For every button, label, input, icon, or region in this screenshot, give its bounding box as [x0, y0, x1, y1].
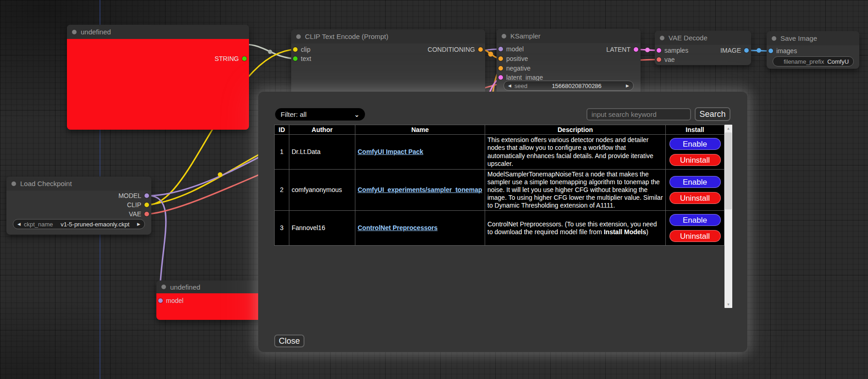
filter-select[interactable]: Filter: all ⌄ — [275, 108, 365, 121]
chevron-down-icon: ⌄ — [354, 112, 359, 117]
port-dot-string[interactable] — [242, 56, 247, 61]
uninstall-button[interactable]: Uninstall — [669, 154, 721, 166]
port-dot-model[interactable] — [144, 193, 149, 198]
port-dot-vae[interactable] — [144, 212, 149, 216]
port-dot-clip[interactable] — [293, 47, 298, 52]
uninstall-button[interactable]: Uninstall — [669, 230, 721, 242]
node-title-bar: CLIP Text Encode (Prompt) — [291, 29, 485, 44]
extension-list-container: ID Author Name Description Install 1 Dr.… — [274, 125, 732, 308]
table-scrollbar[interactable]: ▲ ▼ — [724, 125, 732, 308]
slot-label: samples — [664, 47, 688, 54]
port-dot-text[interactable] — [293, 56, 298, 61]
next-arrow-icon[interactable]: ▶ — [137, 222, 140, 226]
search-button[interactable]: Search — [695, 107, 730, 121]
port-dot-image[interactable] — [744, 48, 749, 53]
output-slot-vae[interactable]: VAE — [129, 209, 149, 219]
node-undefined-bottom[interactable]: undefined model — [156, 280, 271, 320]
table-row: 2 comfyanonymous ComfyUI_experiments/sam… — [275, 170, 724, 211]
output-slot-model[interactable]: MODEL — [118, 191, 149, 200]
node-title-bar: Load Checkpoint — [6, 176, 151, 191]
output-slot-latent[interactable]: LATENT — [606, 45, 638, 54]
extension-name-link[interactable]: ControlNet Preprocessors — [358, 224, 437, 231]
port-dot-latent[interactable] — [634, 47, 638, 52]
collapse-dot-icon[interactable] — [11, 181, 16, 186]
node-title-bar: KSampler — [497, 29, 641, 43]
node-vae-decode[interactable]: VAE Decode samples vae IMAGE — [655, 31, 751, 65]
ckpt-name-widget[interactable]: ◀ ckpt_name v1-5-pruned-emaonly.ckpt ▶ — [13, 219, 145, 229]
port-dot-images[interactable] — [768, 49, 773, 53]
port-dot-clip[interactable] — [144, 203, 149, 207]
link-string-to-text — [246, 44, 296, 59]
node-clip-text-encode[interactable]: CLIP Text Encode (Prompt) clip text COND… — [291, 29, 485, 99]
port-dot-negative[interactable] — [498, 66, 503, 71]
collapse-dot-icon[interactable] — [161, 285, 166, 289]
decrement-arrow-icon[interactable]: ◀ — [508, 83, 511, 88]
seed-widget[interactable]: ◀ seed 156680208700286 ▶ — [503, 81, 634, 91]
comfyui-manager-dialog: Filter: all ⌄ Search ID Author Name Desc… — [258, 92, 747, 352]
output-slot-image[interactable]: IMAGE — [720, 46, 749, 55]
widget-value[interactable]: ComfyUI — [827, 58, 849, 65]
node-title-bar: undefined — [67, 25, 249, 39]
port-dot-vae[interactable] — [657, 57, 661, 62]
output-slot-conditioning[interactable]: CONDITIONING — [428, 45, 483, 54]
collapse-dot-icon[interactable] — [660, 36, 664, 40]
port-dot-samples[interactable] — [657, 48, 661, 53]
widget-label: filename_prefix — [784, 58, 824, 65]
enable-button[interactable]: Enable — [669, 138, 721, 150]
enable-button[interactable]: Enable — [669, 214, 721, 226]
slot-label: vae — [664, 56, 675, 63]
widget-value[interactable]: 156680208700286 — [531, 82, 623, 89]
header-author: Author — [289, 125, 355, 135]
collapse-dot-icon[interactable] — [772, 36, 776, 41]
header-id: ID — [275, 125, 289, 135]
output-slot-string[interactable]: STRING — [215, 54, 247, 63]
cell-description: This extension offers various detector n… — [485, 135, 666, 170]
input-slot-model[interactable]: model — [498, 44, 524, 54]
widget-value[interactable]: v1-5-pruned-emaonly.ckpt — [56, 221, 134, 228]
node-save-image[interactable]: Save Image images filename_prefix ComfyU… — [767, 31, 859, 69]
enable-button[interactable]: Enable — [669, 176, 721, 188]
input-slot-text[interactable]: text — [293, 54, 311, 63]
input-slot-positive[interactable]: positive — [498, 54, 528, 63]
input-slot-images[interactable]: images — [768, 46, 797, 55]
output-slot-clip[interactable]: CLIP — [127, 200, 149, 209]
filename-prefix-widget[interactable]: filename_prefix ComfyUI — [773, 56, 854, 66]
input-slot-model[interactable]: model — [158, 296, 183, 305]
input-slot-samples[interactable]: samples — [657, 46, 688, 55]
node-body: images filename_prefix ComfyUI — [767, 45, 859, 69]
node-ksampler[interactable]: KSampler model positive negative latent_… — [497, 29, 641, 99]
extension-name-link[interactable]: ComfyUI_experiments/sampler_tonemap — [358, 186, 482, 193]
prev-arrow-icon[interactable]: ◀ — [17, 222, 21, 226]
input-slot-vae[interactable]: vae — [657, 55, 675, 64]
increment-arrow-icon[interactable]: ▶ — [626, 83, 629, 88]
node-load-checkpoint[interactable]: Load Checkpoint MODEL CLIP VAE ◀ ckpt_na… — [6, 176, 151, 235]
node-title: Save Image — [780, 34, 817, 42]
port-dot-conditioning[interactable] — [478, 47, 483, 52]
comfyui-canvas[interactable]: undefined STRING CLIP Text Encode (Promp… — [0, 0, 868, 379]
scrollbar-up-arrow-icon[interactable]: ▲ — [724, 125, 732, 132]
node-undefined-top[interactable]: undefined STRING — [67, 25, 249, 130]
input-slot-negative[interactable]: negative — [498, 64, 531, 73]
search-input[interactable] — [586, 108, 691, 121]
close-button[interactable]: Close — [274, 335, 304, 347]
slot-label: negative — [506, 65, 531, 72]
port-dot-model[interactable] — [498, 47, 503, 51]
uninstall-button[interactable]: Uninstall — [669, 192, 721, 204]
port-dot-model[interactable] — [158, 298, 163, 303]
slot-label: MODEL — [118, 192, 141, 199]
extension-name-link[interactable]: ComfyUI Impact Pack — [358, 148, 423, 155]
node-title: undefined — [170, 283, 200, 291]
cell-author: comfyanonymous — [289, 170, 355, 211]
cell-id: 2 — [275, 170, 289, 211]
collapse-dot-icon[interactable] — [502, 34, 506, 38]
input-slot-clip[interactable]: clip — [293, 45, 310, 54]
scrollbar-down-arrow-icon[interactable]: ▼ — [724, 301, 732, 308]
port-dot-latent-image[interactable] — [498, 75, 503, 80]
slot-label: LATENT — [606, 46, 630, 53]
node-title: CLIP Text Encode (Prompt) — [305, 33, 388, 40]
scrollbar-thumb[interactable] — [725, 132, 732, 209]
port-dot-positive[interactable] — [498, 56, 503, 61]
collapse-dot-icon[interactable] — [72, 30, 77, 34]
collapse-dot-icon[interactable] — [296, 34, 301, 39]
node-title: KSampler — [510, 32, 541, 40]
